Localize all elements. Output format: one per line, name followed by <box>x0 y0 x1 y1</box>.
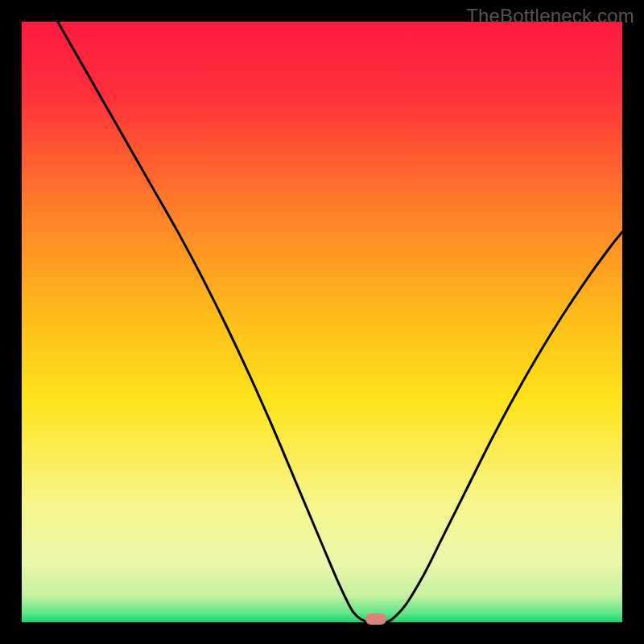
bottleneck-curve <box>22 22 622 622</box>
plot-area <box>22 22 622 622</box>
watermark-label: TheBottleneck.com <box>466 5 634 27</box>
optimal-marker <box>365 613 386 625</box>
chart-container: TheBottleneck.com <box>0 0 644 644</box>
